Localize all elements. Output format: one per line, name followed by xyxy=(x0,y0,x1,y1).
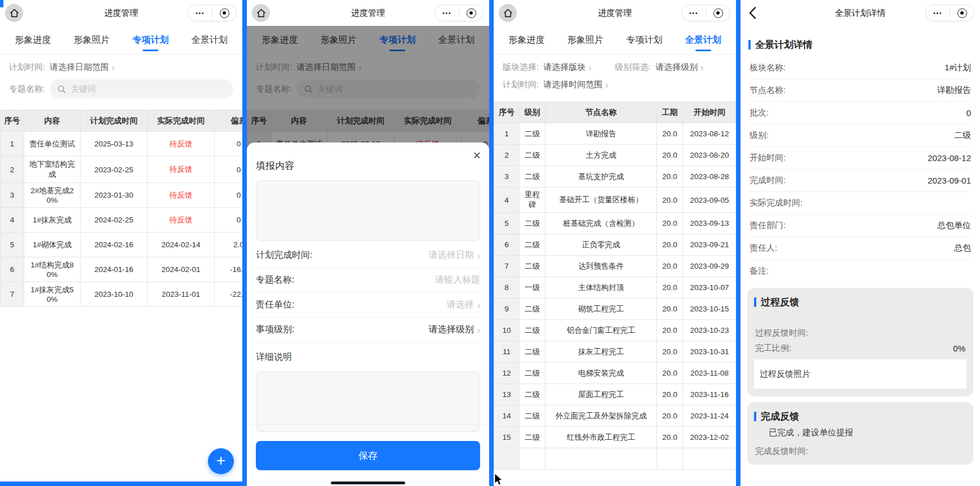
chevron-right-icon: › xyxy=(477,249,480,262)
table-row[interactable]: 61#结构完成80%2024-01-162024-02-01-16.0 xyxy=(1,257,243,282)
table-row[interactable]: 13二级屋面工程完工20.02023-11-16 xyxy=(494,384,737,405)
table-cell: 20.0 xyxy=(657,405,683,427)
more-menu-button[interactable]: ••• xyxy=(926,5,950,21)
tab-全景计划[interactable]: 全景计划 xyxy=(190,27,229,53)
page-title: 进度管理 xyxy=(104,8,138,19)
field-label: 备注: xyxy=(750,266,971,277)
table-row[interactable]: 2地下室结构完成2023-02-25待反馈0 xyxy=(1,157,243,183)
field-placeholder: 请选择级别 xyxy=(429,324,474,336)
back-button[interactable] xyxy=(744,5,761,21)
form-field-row[interactable]: 专题名称:请输入标题 xyxy=(256,268,480,293)
add-plan-button[interactable]: + xyxy=(208,448,234,474)
tab-形象进度[interactable]: 形象进度 xyxy=(14,27,52,53)
block-filter[interactable]: 版块选择: 请选择版块 › xyxy=(503,62,615,73)
table-row[interactable]: 1二级详勘报告20.02023-08-12 xyxy=(494,123,737,145)
more-menu-button[interactable]: ••• xyxy=(435,5,459,21)
miniprogram-capsule: ••• xyxy=(925,5,974,21)
search-input[interactable]: 关键词 xyxy=(50,79,233,99)
section-title: 全景计划详情 xyxy=(755,38,813,51)
close-circle-button[interactable] xyxy=(459,8,483,18)
table-row[interactable]: 7二级达到预售条件20.02023-09-29 xyxy=(494,256,737,277)
table-row[interactable]: 32#地基完成20%2023-01-30待反馈0 xyxy=(1,183,243,208)
table-cell: 基础开工（货量区楼栋） xyxy=(546,188,657,213)
table-cell: 1 xyxy=(1,132,24,157)
table-row[interactable]: 6二级正负零完成20.02023-09-21 xyxy=(494,234,737,256)
tab-形象照片[interactable]: 形象照片 xyxy=(73,27,111,53)
tab-专项计划[interactable]: 专项计划 xyxy=(625,27,663,53)
home-button[interactable] xyxy=(499,4,517,22)
detail-field-row: 完成时间:2023-09-01 xyxy=(750,170,971,192)
table-row[interactable]: 14二级外立面完工及外架拆除完成20.02023-11-24 xyxy=(494,405,737,427)
field-value: 2023-08-12 xyxy=(928,153,971,163)
detail-description-textarea[interactable] xyxy=(256,371,480,432)
save-button[interactable]: 保存 xyxy=(256,441,480,470)
table-row[interactable]: 71#抹灰完成50%2023-10-102023-11-01-22.0 xyxy=(1,282,243,307)
time-filter[interactable]: 计划时间: 请选择时间范围 › xyxy=(503,79,727,90)
tab-全景计划[interactable]: 全景计划 xyxy=(684,27,722,53)
table-row[interactable]: 15二级红线外市政工程完工20.02023-12-02 xyxy=(494,427,737,448)
table-row[interactable]: 12二级电梯安装完成20.02023-11-08 xyxy=(494,363,737,384)
close-icon[interactable]: × xyxy=(473,149,481,162)
special-plan-table: 序号内容计划完成时间实际完成时间偏差 1责任单位测试2025-03-13待反馈0… xyxy=(0,110,242,307)
plan-time-filter[interactable]: 计划时间: 请选择日期范围 › xyxy=(9,62,233,73)
table-row[interactable]: 8一级主体结构封顶20.02023-10-07 xyxy=(494,277,737,298)
home-button[interactable] xyxy=(252,4,270,22)
table-row[interactable]: 2二级土方完成20.02023-08-20 xyxy=(494,145,737,166)
table-row[interactable]: 3二级基坑支护完成20.02023-08-28 xyxy=(494,166,737,188)
section-accent-bar xyxy=(748,40,751,50)
more-menu-button[interactable]: ••• xyxy=(682,5,706,21)
home-button[interactable] xyxy=(5,4,23,22)
chevron-left-icon xyxy=(749,7,756,19)
table-row[interactable]: 41#抹灰完成2024-02-25待反馈0 xyxy=(1,208,243,233)
field-label: 责任单位: xyxy=(256,299,447,311)
close-circle-button[interactable] xyxy=(706,8,730,18)
table-cell: 2023-08-12 xyxy=(683,123,737,145)
more-menu-button[interactable]: ••• xyxy=(188,5,212,21)
form-field-row[interactable]: 事项级别:请选择级别› xyxy=(256,318,480,342)
table-cell: 2023-11-01 xyxy=(148,282,215,307)
process-photo-box[interactable]: 过程反馈照片 xyxy=(754,359,966,389)
table-cell: 13 xyxy=(494,384,520,405)
tab-形象照片[interactable]: 形象照片 xyxy=(566,27,605,53)
table-row[interactable]: 4里程碑基础开工（货量区楼栋）20.02023-09-05 xyxy=(494,188,737,213)
filter-panel: 计划时间: 请选择日期范围 › 专题名称: 关键词 xyxy=(0,55,242,106)
table-cell: 抹灰工程完工 xyxy=(546,341,657,363)
column-header: 级别 xyxy=(520,102,546,123)
tab-专项计划[interactable]: 专项计划 xyxy=(131,27,170,53)
table-row[interactable] xyxy=(494,448,737,470)
field-value: 总包 xyxy=(954,243,971,253)
record-circle-icon xyxy=(957,8,967,18)
tab-形象进度[interactable]: 形象进度 xyxy=(507,27,546,53)
table-row[interactable]: 11二级抹灰工程完工20.02023-10-31 xyxy=(494,341,737,363)
table-row[interactable]: 9二级砌筑工程完工20.02023-10-15 xyxy=(494,298,737,320)
table-cell: 二级 xyxy=(520,234,546,256)
table-cell: 二级 xyxy=(520,166,546,188)
detail-field-row: 节点名称:详勘报告 xyxy=(750,79,971,102)
table-row[interactable]: 5二级桩基础完成（含检测）20.02023-09-13 xyxy=(494,213,737,234)
table-cell: 红线外市政工程完工 xyxy=(546,427,657,448)
field-value: 0 xyxy=(966,108,971,118)
completion-ratio-row: 完工比例: 0% xyxy=(755,343,965,354)
form-field-row[interactable]: 计划完成时间:请选择日期› xyxy=(256,243,480,268)
modal-title: 填报内容 xyxy=(256,159,480,172)
table-cell: -22.0 xyxy=(215,282,243,307)
table-cell xyxy=(546,448,657,470)
table-cell: 2025-03-13 xyxy=(81,132,148,157)
table-row[interactable]: 10二级铝合金门窗工程完工20.02023-10-23 xyxy=(494,320,737,341)
table-row[interactable]: 51#砌体完成2024-02-162024-02-142.0 xyxy=(1,233,243,257)
field-value: 详勘报告 xyxy=(937,85,971,96)
record-circle-icon xyxy=(467,8,476,18)
table-cell: 0 xyxy=(215,132,243,157)
field-value: 0% xyxy=(953,344,965,353)
form-field-row[interactable]: 责任单位:请选择› xyxy=(256,293,480,318)
chevron-right-icon: › xyxy=(477,299,480,311)
table-row[interactable]: 1责任单位测试2025-03-13待反馈0 xyxy=(1,132,243,157)
report-content-textarea[interactable] xyxy=(256,180,480,241)
column-header: 开始时间 xyxy=(683,102,737,123)
close-circle-button[interactable] xyxy=(950,8,974,18)
close-circle-button[interactable] xyxy=(212,8,236,18)
table-cell: 一级 xyxy=(520,277,546,298)
level-filter[interactable]: 级别筛选: 请选择级别 › xyxy=(615,62,727,73)
table-cell: 二级 xyxy=(520,123,546,145)
table-cell: 7 xyxy=(494,256,520,277)
